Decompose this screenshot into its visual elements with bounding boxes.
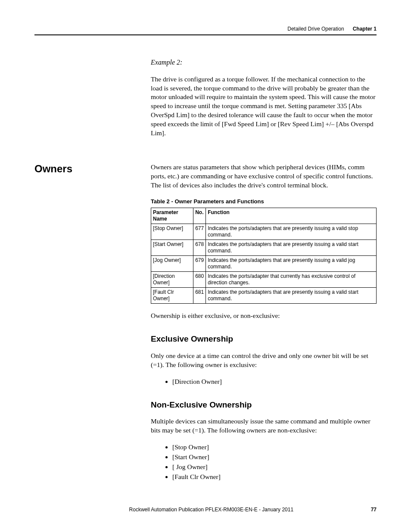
page: Detailed Drive Operation Chapter 1 Examp… (0, 0, 411, 532)
example-label: Example 2: (151, 58, 377, 67)
cell-fn: Indicates the ports/adapter that current… (206, 272, 377, 288)
owners-heading: Owners (34, 163, 138, 175)
main-col: Example 2: The drive is configured as a … (151, 53, 377, 146)
cell-fn: Indicates the ports/adapters that are pr… (206, 240, 377, 256)
list-item: [Start Owner] (172, 453, 377, 462)
footer-publication: Rockwell Automation Publication PFLEX-RM… (52, 507, 371, 513)
footer-page-number: 77 (371, 507, 377, 513)
cell-no: 680 (193, 272, 206, 288)
list-item: [ Jog Owner] (172, 463, 377, 472)
owners-intro: Owners are status parameters that show w… (151, 163, 377, 190)
list-item: [Fault Clr Owner] (172, 473, 377, 482)
cell-no: 681 (193, 288, 206, 304)
table-row: [Jog Owner] 679 Indicates the ports/adap… (151, 256, 377, 272)
nonexclusive-heading: Non-Exclusive Ownership (151, 399, 377, 411)
exclusive-heading: Exclusive Ownership (151, 333, 377, 345)
table-caption: Table 2 - Owner Parameters and Functions (151, 198, 377, 205)
header-chapter: Chapter 1 (353, 26, 377, 32)
cell-fn: Indicates the ports/adapters that are pr… (206, 288, 377, 304)
page-footer: Rockwell Automation Publication PFLEX-RM… (34, 507, 377, 513)
owners-side-heading-col: Owners (34, 163, 138, 488)
example-text: The drive is configured as a torque foll… (151, 75, 377, 138)
cell-name: [Fault Clr Owner] (151, 288, 193, 304)
exclusive-list: [Direction Owner] (151, 377, 377, 386)
list-item: [Direction Owner] (172, 377, 377, 386)
table-row: [Direction Owner] 680 Indicates the port… (151, 272, 377, 288)
nonexclusive-list: [Stop Owner] [Start Owner] [ Jog Owner] … (151, 443, 377, 482)
th-parameter-name: Parameter Name (151, 208, 193, 224)
owners-after-table: Ownership is either exclusive, or non-ex… (151, 311, 377, 320)
cell-fn: Indicates the ports/adapters that are pr… (206, 224, 377, 240)
cell-name: [Start Owner] (151, 240, 193, 256)
th-no: No. (193, 208, 206, 224)
owners-table: Parameter Name No. Function [Stop Owner]… (151, 208, 377, 304)
owners-block: Owners Owners are status parameters that… (34, 163, 377, 488)
table-header-row: Parameter Name No. Function (151, 208, 377, 224)
side-col-empty (34, 53, 138, 146)
th-function: Function (206, 208, 377, 224)
cell-name: [Direction Owner] (151, 272, 193, 288)
table-row: [Stop Owner] 677 Indicates the ports/ada… (151, 224, 377, 240)
nonexclusive-text: Multiple devices can simultaneously issu… (151, 417, 377, 435)
cell-no: 677 (193, 224, 206, 240)
header-section: Detailed Drive Operation (287, 26, 344, 32)
list-item: [Stop Owner] (172, 443, 377, 452)
page-header: Detailed Drive Operation Chapter 1 (34, 26, 377, 35)
cell-name: [Jog Owner] (151, 256, 193, 272)
example-block: Example 2: The drive is configured as a … (34, 53, 377, 146)
table-row: [Fault Clr Owner] 681 Indicates the port… (151, 288, 377, 304)
cell-no: 679 (193, 256, 206, 272)
owners-main: Owners are status parameters that show w… (151, 163, 377, 488)
cell-fn: Indicates the ports/adapters that are pr… (206, 256, 377, 272)
cell-no: 678 (193, 240, 206, 256)
exclusive-text: Only one device at a time can control th… (151, 352, 377, 370)
table-row: [Start Owner] 678 Indicates the ports/ad… (151, 240, 377, 256)
cell-name: [Stop Owner] (151, 224, 193, 240)
